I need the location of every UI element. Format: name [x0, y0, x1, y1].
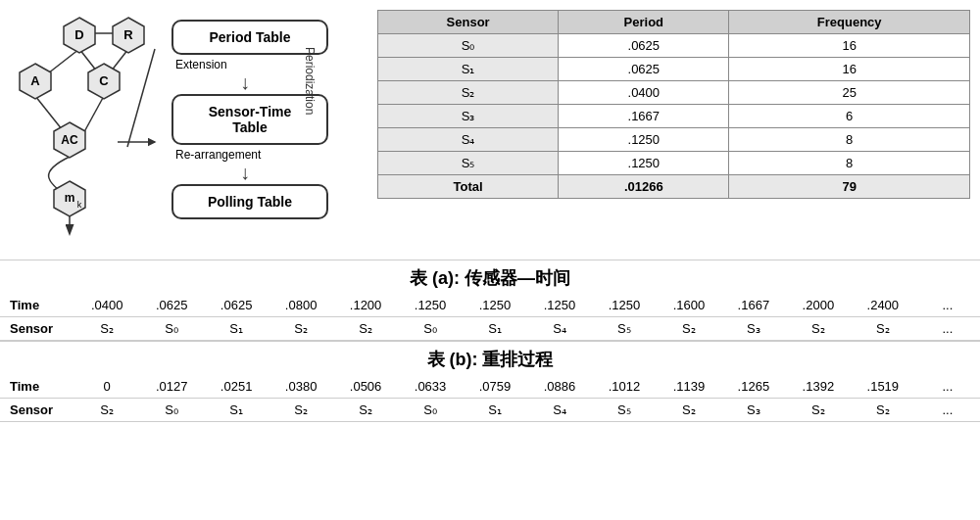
- table-cell: S₁: [204, 399, 269, 422]
- table-a-section: 表 (a): 传感器—时间 Time.0400.0625.0625.0800.1…: [0, 260, 980, 341]
- table-cell: S₁: [378, 58, 559, 81]
- dag-area: D R A C AC m k: [10, 10, 162, 255]
- table-cell: S₅: [592, 399, 657, 422]
- table-cell: S₃: [721, 399, 786, 422]
- table-cell: .0625: [559, 34, 729, 58]
- table-cell: .1667: [721, 294, 786, 317]
- extension-label: Extension: [175, 58, 227, 71]
- polling-table-box: Polling Table: [172, 184, 328, 219]
- table-cell: S₃: [721, 317, 786, 341]
- table-cell: .0127: [139, 375, 204, 399]
- table-cell: S₂: [657, 399, 721, 422]
- table-cell: .1667: [559, 105, 729, 128]
- table-cell: ...: [915, 317, 980, 341]
- table-cell: Total: [378, 175, 559, 199]
- table-cell: S₂: [657, 317, 721, 341]
- table-cell: 6: [729, 105, 970, 128]
- table-b-title: 表 (b): 重排过程: [0, 342, 980, 375]
- table-cell: .1265: [721, 375, 786, 399]
- table-cell: S₄: [527, 317, 592, 341]
- table-cell: 16: [729, 58, 970, 81]
- table-cell: 16: [729, 34, 970, 58]
- table-cell: S₂: [269, 317, 333, 341]
- table-cell: .0800: [269, 294, 333, 317]
- table-cell: S₃: [378, 105, 559, 128]
- table-cell: S₁: [463, 317, 527, 341]
- table-cell: 8: [729, 152, 970, 175]
- period-table-area: Sensor Period Frequency S₀.062516S₁.0625…: [377, 10, 970, 255]
- table-cell: 25: [729, 81, 970, 105]
- table-cell: S₁: [204, 317, 269, 341]
- table-cell: 0: [74, 375, 139, 399]
- table-cell: S₀: [398, 399, 463, 422]
- rearrangement-label: Re-arrangement: [175, 148, 261, 162]
- table-cell: .2400: [851, 294, 915, 317]
- table-cell: .1392: [786, 375, 851, 399]
- table-cell: 79: [729, 175, 970, 199]
- main-container: D R A C AC m k: [0, 0, 980, 520]
- table-cell: .0251: [204, 375, 269, 399]
- table-cell: S₀: [139, 317, 204, 341]
- col-header-sensor: Sensor: [378, 11, 559, 34]
- table-cell: S₀: [139, 399, 204, 422]
- table-cell: .0886: [527, 375, 592, 399]
- flow-arrow-1: ↓: [240, 72, 250, 92]
- table-cell: S₂: [786, 317, 851, 341]
- col-header-frequency: Frequency: [729, 11, 970, 34]
- row-label: Time: [0, 375, 74, 399]
- table-cell: S₀: [398, 317, 463, 341]
- table-cell: .0400: [559, 81, 729, 105]
- table-cell: S₅: [592, 317, 657, 341]
- table-cell: .0625: [204, 294, 269, 317]
- table-cell: .1250: [559, 128, 729, 152]
- table-a: Time.0400.0625.0625.0800.1200.1250.1250.…: [0, 294, 980, 341]
- table-cell: S₂: [333, 317, 398, 341]
- table-cell: .0633: [398, 375, 463, 399]
- dag-svg: D R A C AC m k: [10, 10, 162, 245]
- svg-text:R: R: [123, 27, 133, 42]
- table-cell: S₂: [786, 399, 851, 422]
- svg-text:C: C: [99, 73, 109, 88]
- table-cell: .1250: [559, 152, 729, 175]
- table-cell: .0506: [333, 375, 398, 399]
- table-cell: .1250: [398, 294, 463, 317]
- table-b-section: 表 (b): 重排过程 Time0.0127.0251.0380.0506.06…: [0, 341, 980, 422]
- table-cell: .1519: [851, 375, 915, 399]
- table-b: Time0.0127.0251.0380.0506.0633.0759.0886…: [0, 375, 980, 422]
- table-cell: S₂: [269, 399, 333, 422]
- table-cell: .1250: [592, 294, 657, 317]
- svg-text:A: A: [30, 73, 40, 88]
- table-cell: 8: [729, 128, 970, 152]
- table-cell: .0625: [559, 58, 729, 81]
- table-cell: .0625: [139, 294, 204, 317]
- col-header-period: Period: [559, 11, 729, 34]
- table-cell: S₅: [378, 152, 559, 175]
- table-cell: .1139: [657, 375, 721, 399]
- top-section: D R A C AC m k: [0, 0, 980, 260]
- table-cell: .1250: [463, 294, 527, 317]
- table-cell: S₂: [74, 317, 139, 341]
- table-cell: S₂: [74, 399, 139, 422]
- table-cell: .1012: [592, 375, 657, 399]
- table-cell: ...: [915, 399, 980, 422]
- flow-area: Periodization Period Table Extension ↓ S…: [172, 10, 368, 255]
- row-label: Time: [0, 294, 74, 317]
- table-cell: S₄: [378, 128, 559, 152]
- svg-line-7: [127, 49, 155, 147]
- table-cell: S₂: [378, 81, 559, 105]
- table-cell: .0400: [74, 294, 139, 317]
- table-cell: S₄: [527, 399, 592, 422]
- table-cell: .1200: [333, 294, 398, 317]
- table-a-title: 表 (a): 传感器—时间: [0, 260, 980, 294]
- table-cell: .1250: [527, 294, 592, 317]
- table-cell: .01266: [559, 175, 729, 199]
- table-cell: S₂: [851, 317, 915, 341]
- table-cell: ...: [915, 375, 980, 399]
- table-cell: .1600: [657, 294, 721, 317]
- table-cell: ...: [915, 294, 980, 317]
- flow-arrow-2: ↓: [240, 163, 250, 182]
- svg-text:D: D: [74, 27, 83, 42]
- table-cell: S₁: [463, 399, 527, 422]
- table-cell: .0380: [269, 375, 333, 399]
- table-cell: .0759: [463, 375, 527, 399]
